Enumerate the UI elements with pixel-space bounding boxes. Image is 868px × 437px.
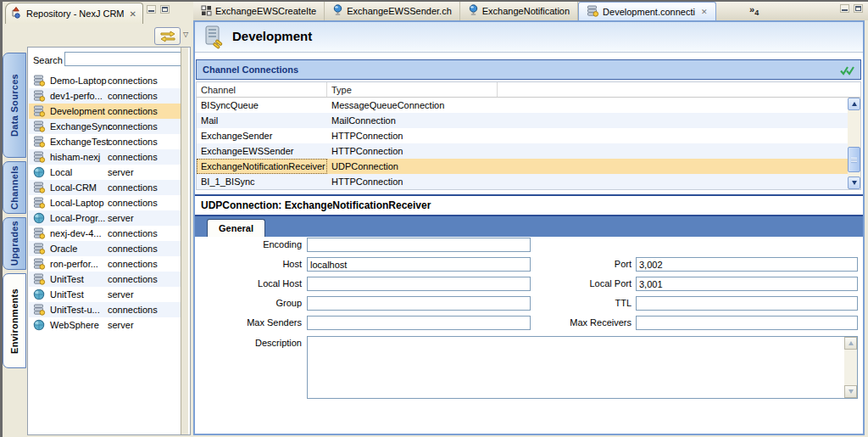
tree-item-type: server	[108, 213, 134, 223]
tree-item-name: Local-Laptop	[50, 198, 104, 208]
editor-tab-strip: ExchangeEWSCreateIteExchangeEWSSender.ch…	[193, 2, 868, 20]
tree-item-name: ExchangeSync	[50, 121, 112, 132]
tree-scrollbar[interactable]	[181, 48, 188, 434]
editor-tab-exchangenotification[interactable]: ExchangeNotification	[460, 2, 578, 20]
port-field[interactable]	[636, 257, 858, 272]
database-icon	[33, 258, 46, 270]
tree-item-type: connections	[108, 305, 158, 315]
sidebar-tab-environments[interactable]: Environments	[3, 273, 26, 368]
tree-item-unittest[interactable]: UnitTestconnections	[29, 272, 182, 287]
link-with-editor-button[interactable]	[154, 27, 181, 45]
table-scrollbar[interactable]	[848, 98, 860, 189]
tree-item-local-crm[interactable]: Local-CRMconnections	[29, 180, 182, 195]
tree-item-dev1-perfo[interactable]: dev1-perfo...connections	[29, 88, 182, 104]
sidebar-tab-channels[interactable]: Channels	[3, 161, 26, 214]
tab-close-icon[interactable]: ✕	[701, 8, 708, 16]
search-label: Search	[33, 55, 63, 65]
tree-item-hisham-nexj[interactable]: hisham-nexjconnections	[29, 149, 182, 165]
scroll-down-icon[interactable]	[848, 176, 860, 189]
table-row-bi-1-bisync[interactable]: BI_1_BISyncHTTPConnection	[197, 174, 848, 189]
tree-item-demo-laptop[interactable]: Demo-Laptopconnections	[29, 73, 182, 88]
editor-tab-label: Development.connecti	[603, 7, 695, 17]
scrollbar-thumb[interactable]	[848, 147, 860, 172]
table-row-exchangenotificationreceiver[interactable]: ExchangeNotificationReceiverUDPConnectio…	[197, 159, 848, 174]
editor-tab-exchangeewscreateite[interactable]: ExchangeEWSCreateIte	[193, 2, 325, 20]
max-receivers-label: Max Receivers	[519, 317, 632, 328]
server-icon	[33, 212, 46, 224]
database-icon	[33, 182, 46, 193]
server-icon	[33, 166, 46, 178]
local-port-field[interactable]	[636, 277, 858, 291]
tree-item-exchangetest[interactable]: ExchangeTestconnections	[29, 134, 182, 149]
repository-icon	[9, 6, 23, 21]
tree-item-unittest[interactable]: UnitTestserver	[29, 287, 182, 302]
table-row-bisyncqueue[interactable]: BISyncQueueMessageQueueConnection	[197, 98, 848, 113]
editor-minimize-button[interactable]	[840, 4, 849, 13]
view-menu-chevron-icon[interactable]: ▽	[183, 31, 188, 38]
table-row-exchangesender[interactable]: ExchangeSenderHTTPConnection	[197, 128, 848, 143]
close-icon[interactable]: ✕	[128, 9, 138, 19]
tree-item-local[interactable]: Localserver	[29, 165, 182, 180]
group-field[interactable]	[307, 296, 531, 311]
repository-content: Search Demo-Laptopconnectionsdev1-perfo.…	[27, 47, 191, 435]
tree-item-nexj-dev-4[interactable]: nexj-dev-4...connections	[29, 226, 182, 241]
tree-item-oracle[interactable]: Oracleconnections	[29, 241, 182, 256]
database-icon	[33, 243, 46, 255]
encoding-field[interactable]	[307, 238, 531, 252]
repository-tab-strip: Data SourcesChannelsUpgradesEnvironments	[3, 53, 27, 368]
port-label: Port	[519, 259, 632, 269]
host-field[interactable]	[307, 257, 531, 272]
tree-item-local-laptop[interactable]: Local-Laptopconnections	[29, 195, 182, 210]
tree-item-type: connections	[108, 228, 158, 238]
table-row-mail[interactable]: MailMailConnection	[197, 113, 848, 128]
cell-type: HTTPConnection	[327, 128, 848, 143]
local-host-field[interactable]	[307, 277, 531, 291]
max-senders-field[interactable]	[307, 316, 531, 330]
tab-overflow-indicator[interactable]: »4	[749, 4, 759, 17]
maximize-button[interactable]	[160, 5, 170, 14]
sidebar-tab-data-sources[interactable]: Data Sources	[3, 53, 26, 158]
sidebar-tab-label: Environments	[9, 289, 19, 354]
channel-connections-table: Channel Type BISyncQueueMessageQueueConn…	[196, 81, 861, 190]
tree-item-name: UnitTest-u...	[50, 305, 100, 315]
tree-item-development[interactable]: Developmentconnections	[29, 104, 182, 119]
description-scrollbar[interactable]	[844, 337, 857, 398]
editor-header: Development	[195, 22, 863, 53]
table-header-row: Channel Type	[197, 82, 860, 98]
tree-item-websphere[interactable]: WebSphereserver	[29, 317, 182, 333]
editor-tab-label: ExchangeEWSCreateIte	[215, 6, 316, 16]
encoding-label: Encoding	[195, 239, 302, 249]
server-icon	[33, 289, 46, 300]
tree-item-type: connections	[108, 259, 158, 269]
sidebar-tab-upgrades[interactable]: Upgrades	[3, 217, 26, 270]
tree-item-ron-perfor[interactable]: ron-perfor...connections	[29, 256, 182, 272]
sidebar-tab-label: Data Sources	[9, 74, 19, 137]
editor-tab-exchangeewssender-ch[interactable]: ExchangeEWSSender.ch	[325, 2, 460, 20]
editor-maximize-button[interactable]	[854, 4, 863, 13]
table-row-exchangeewssender[interactable]: ExchangeEWSSenderHTTPConnection	[197, 143, 848, 159]
cell-type: HTTPConnection	[327, 174, 848, 189]
repository-view-tab[interactable]: Repository - NexJ CRM ✕	[5, 3, 143, 24]
host-label: Host	[195, 259, 302, 269]
tree-item-type: connections	[108, 121, 158, 132]
tree-item-exchangesync[interactable]: ExchangeSyncconnections	[29, 119, 182, 134]
scroll-up-icon[interactable]	[844, 337, 857, 350]
tree-item-unittest-u[interactable]: UnitTest-u...connections	[29, 302, 182, 317]
editor-tab-development-connecti[interactable]: Development.connecti✕	[578, 2, 715, 20]
column-header-type[interactable]: Type	[327, 82, 498, 97]
max-senders-label: Max Senders	[195, 317, 302, 328]
ttl-field[interactable]	[636, 296, 858, 311]
tree-item-name: UnitTest	[50, 274, 84, 284]
minimize-button[interactable]	[147, 5, 156, 14]
tree-item-name: Development	[50, 106, 105, 116]
max-receivers-field[interactable]	[636, 316, 858, 330]
cell-channel: ExchangeEWSSender	[197, 143, 327, 159]
tree-item-local-progr[interactable]: Local-Progr...server	[29, 210, 182, 226]
column-header-channel[interactable]: Channel	[197, 82, 327, 97]
tab-general[interactable]: General	[207, 219, 265, 237]
description-field[interactable]	[307, 336, 858, 399]
scroll-up-icon[interactable]	[848, 98, 860, 110]
tree-item-name: dev1-perfo...	[50, 91, 103, 101]
search-input[interactable]	[64, 52, 187, 66]
scroll-down-icon[interactable]	[844, 385, 857, 398]
